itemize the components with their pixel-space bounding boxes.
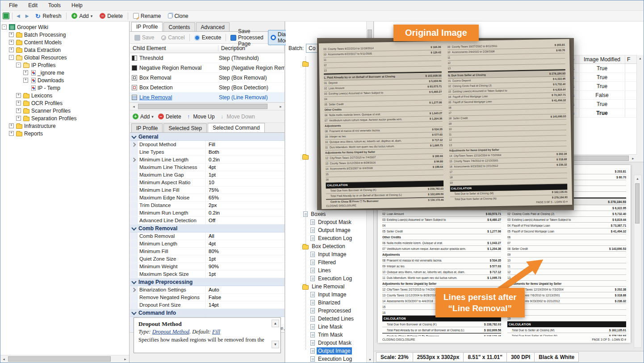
chevron-right-icon[interactable] [131,157,136,162]
property-row-minimum-weight[interactable]: Minimum Weight90% [130,263,284,270]
expander-icon[interactable]: - [16,63,21,68]
property-value[interactable]: Auto [205,286,284,293]
property-value[interactable]: 65% [205,194,284,201]
delete-step-button[interactable]: −Delete [158,114,181,120]
batch-item-box-detection[interactable]: Box Detection [286,242,367,250]
property-row-minimum-aspect-ratio[interactable]: Minimum Aspect Ratio10 [130,179,284,186]
expander-icon[interactable]: + [16,101,21,106]
expander-icon[interactable]: + [16,93,21,98]
tree-item-infrastructure[interactable]: +Infrastructure [0,122,129,130]
scroll-left-icon[interactable]: ◄ [0,355,8,363]
scroll-right-icon[interactable]: ► [277,103,284,110]
property-row-line-types[interactable]: Line TypesBoth [130,148,284,156]
property-section-general[interactable]: General [130,133,284,141]
tab-ip-profile[interactable]: IP Profile [131,123,163,132]
tree-horizontal-scrollbar[interactable]: ◄ ► [0,355,129,363]
property-section-image-preprocessing[interactable]: Image Preprocessing [130,278,284,286]
forward-button[interactable]: ▶ [24,13,30,18]
expander-icon[interactable]: + [23,78,28,83]
property-row-minimum-line-fill[interactable]: Minimum Line Fill75% [130,186,284,194]
cancel-button[interactable]: Cancel [159,33,187,42]
tree-item-ip-profiles[interactable]: -IP Profiles [0,61,129,69]
property-row-minimum-line-length[interactable]: Minimum Line Length0.2in [130,156,284,164]
scroll-left-icon[interactable]: ◄ [130,103,138,110]
expander-icon[interactable]: + [23,70,28,75]
property-row-minimum-run-length[interactable]: Minimum Run Length0.2in [130,209,284,217]
property-value[interactable]: 4pt [205,164,284,171]
child-table-horizontal-scrollbar[interactable]: ◄ ► [130,103,284,110]
batch-item-input-image[interactable]: Input Image [286,250,367,258]
batch-item-filtered[interactable]: Filtered [286,258,367,266]
menu-help[interactable]: Help [66,1,88,10]
help-type-link[interactable]: Dropout Method [152,329,189,335]
property-value[interactable]: 2px [205,202,284,209]
delete-button[interactable]: −Delete [97,12,125,20]
property-row-advanced-line-detection[interactable]: Advanced Line DetectionOff [130,217,284,224]
batch-folder-icon[interactable] [302,155,309,160]
scrollbar-thumb[interactable] [8,356,111,362]
add-button[interactable]: +Add▾ [69,12,95,20]
column-header-child-element[interactable]: Child Element [130,45,218,51]
expander-icon[interactable]: + [9,123,14,128]
batch-item-output-image[interactable]: Output Image [286,347,367,355]
expander-icon[interactable]: + [9,32,14,37]
tree-item-ignore-me[interactable]: +_ignore me [0,69,129,76]
property-value[interactable]: False [205,294,284,301]
property-row-minimum-length[interactable]: Minimum Length4pt [130,240,284,248]
property-value[interactable]: 75% [205,186,284,194]
batch-item-input-image[interactable]: Input Image [286,291,367,299]
column-header-description[interactable]: Decription [218,45,284,51]
scrollbar-thumb[interactable] [138,104,268,109]
batch-item-execution-log[interactable]: Execution Log [286,234,367,242]
scroll-down-icon[interactable]: ▼ [367,356,373,363]
expander-icon[interactable]: + [16,116,21,121]
tab-advanced[interactable]: Advanced [196,22,230,31]
property-section-comb-removal[interactable]: Comb Removal [130,224,284,232]
back-button[interactable]: ◀ [15,13,21,18]
property-section-command-info[interactable]: Command Info [130,309,284,317]
property-value[interactable]: Fill [205,141,284,148]
move-up-button[interactable]: ↑Move Up [186,114,215,120]
tree-item-reports[interactable]: +Reports [0,130,129,137]
property-row-binarization-settings[interactable]: Binarization SettingsAuto [130,286,284,294]
tree-item-data-extraction[interactable]: +Data Extraction [0,46,129,54]
child-row-threshold[interactable]: ThresholdStep (Threshold) [130,53,284,63]
batch-item-preprocessed[interactable]: Preprocessed [286,307,367,315]
batch-item-execution-log[interactable]: Execution Log [286,355,367,363]
tree-item-scanner-profiles[interactable]: +Scanner Profiles [0,107,129,114]
menu-file[interactable]: File [4,1,23,10]
tab-selected-command[interactable]: Selected Command [208,123,264,132]
column-header-f[interactable]: F [625,56,637,63]
results-vertical-scrollbar[interactable]: ▲ [636,55,644,162]
scroll-up-icon[interactable]: ▲ [634,175,641,182]
property-value[interactable]: 4pt [205,240,284,247]
viewer-vertical-scrollbar[interactable]: ▲ [634,175,642,348]
batch-item-line-mask[interactable]: Line Mask [286,323,367,331]
menu-tools[interactable]: Tools [43,1,66,10]
refresh-button[interactable]: ↻Refresh [33,12,63,20]
expander-icon[interactable]: + [9,40,14,45]
property-value[interactable]: 0.2in [205,156,284,163]
chevron-right-icon[interactable] [131,287,136,292]
child-row-negative-region-removal[interactable]: Negative Region RemovalStep (Negative Re… [130,63,284,73]
child-row-box-removal[interactable]: Box RemovalStep (Box Removal) [130,73,284,83]
property-value[interactable]: 0.2in [205,209,284,216]
property-value[interactable]: All [205,232,284,240]
tree-item-global-resources[interactable]: -Global Resources [0,54,129,61]
tree-item-batch-processing[interactable]: +Batch Processing [0,31,129,38]
property-value[interactable]: 1pt [205,171,284,178]
expander-icon[interactable]: - [9,55,14,60]
tree-item-ocr-profiles[interactable]: +OCR Profiles [0,99,129,107]
tree-item-downloads[interactable]: +Downloads [0,76,129,84]
property-row-maximum-line-gap[interactable]: Maximum Line Gap1pt [130,171,284,179]
batch-item-lines[interactable]: Lines [286,266,367,274]
batch-folder-icon[interactable] [302,62,309,67]
batch-item-dropout-mask[interactable]: Dropout Mask [286,218,367,226]
scroll-up-icon[interactable]: ▲ [272,320,279,327]
tree-item-separation-profiles[interactable]: +Separation Profiles [0,114,129,122]
tree-item-lexicons[interactable]: +Lexicons [0,92,129,99]
property-value[interactable]: Both [205,148,284,156]
expander-icon[interactable]: - [2,25,7,30]
property-value[interactable]: Off [205,217,284,224]
tab-ip-profile[interactable]: IP Profile [131,22,163,31]
